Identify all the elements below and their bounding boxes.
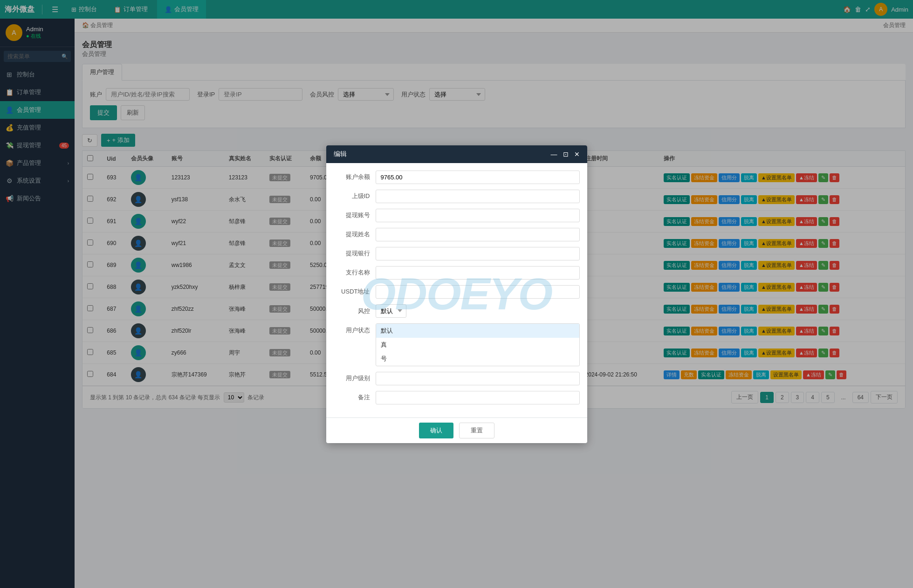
status-option-number[interactable]: 号 — [376, 352, 579, 366]
status-option-default[interactable]: 默认 — [376, 324, 579, 338]
status-option-true[interactable]: 真 — [376, 338, 579, 352]
form-input-super-id[interactable] — [376, 190, 580, 203]
modal-restore-button[interactable]: ⊡ — [563, 150, 569, 158]
form-label-user-status: 用户状态 — [334, 323, 376, 335]
modal-confirm-button[interactable]: 确认 — [419, 423, 453, 438]
form-input-usdt[interactable] — [376, 285, 580, 299]
user-status-dropdown-wrapper: 默认 真 号 — [376, 323, 580, 366]
risk-dropdown-wrapper: 默认 — [376, 304, 580, 318]
form-label-branch: 支行名称 — [334, 268, 376, 277]
form-row-account-balance: 账户余额 — [334, 171, 580, 184]
form-row-withdraw-account: 提现账号 — [334, 209, 580, 222]
form-input-withdraw-bank[interactable] — [376, 247, 580, 260]
form-row-user-status: 用户状态 默认 真 号 — [334, 323, 580, 366]
form-row-remark: 备注 — [334, 391, 580, 404]
modal-close-button[interactable]: ✕ — [574, 150, 580, 158]
form-input-remark[interactable] — [376, 391, 580, 404]
form-input-account[interactable] — [376, 171, 580, 184]
modal-body: 账户余额 上级ID 提现账号 提现姓名 提现银行 — [326, 163, 587, 417]
form-row-usdt: USDT地址 — [334, 285, 580, 299]
modal-overlay[interactable]: ODOEYO 编辑 — ⊡ ✕ 账户余额 上级ID 提现账号 — [0, 0, 913, 588]
form-label-withdraw-bank: 提现银行 — [334, 249, 376, 258]
form-row-user-level: 用户级别 — [334, 372, 580, 385]
modal-reset-button[interactable]: 重置 — [459, 423, 494, 438]
form-label-user-level: 用户级别 — [334, 374, 376, 383]
form-row-super-id: 上级ID — [334, 190, 580, 203]
form-row-withdraw-bank: 提现银行 — [334, 247, 580, 260]
modal-minimize-button[interactable]: — — [551, 150, 557, 158]
modal-title: 编辑 — [334, 150, 347, 158]
form-row-risk: 风控 默认 — [334, 304, 580, 318]
form-label-withdraw-name: 提现姓名 — [334, 230, 376, 239]
form-label-withdraw-account: 提现账号 — [334, 211, 376, 219]
modal-edit: ODOEYO 编辑 — ⊡ ✕ 账户余额 上级ID 提现账号 — [326, 145, 587, 443]
form-input-withdraw-account[interactable] — [376, 209, 580, 222]
form-input-branch[interactable] — [376, 266, 580, 280]
form-select-risk[interactable]: 默认 — [376, 304, 406, 318]
form-label-super-id: 上级ID — [334, 192, 376, 200]
form-label-remark: 备注 — [334, 393, 376, 402]
form-row-withdraw-name: 提现姓名 — [334, 228, 580, 241]
form-input-withdraw-name[interactable] — [376, 228, 580, 241]
form-label-risk: 风控 — [334, 304, 376, 315]
form-label-account: 账户余额 — [334, 173, 376, 181]
form-label-usdt: USDT地址 — [334, 287, 376, 296]
form-input-user-level[interactable] — [376, 372, 580, 385]
modal-header-actions: — ⊡ ✕ — [551, 150, 580, 158]
modal-header: 编辑 — ⊡ ✕ — [326, 145, 587, 163]
user-status-dropdown: 默认 真 号 — [376, 323, 580, 366]
modal-footer: 确认 重置 — [326, 417, 587, 443]
form-row-branch: 支行名称 — [334, 266, 580, 280]
